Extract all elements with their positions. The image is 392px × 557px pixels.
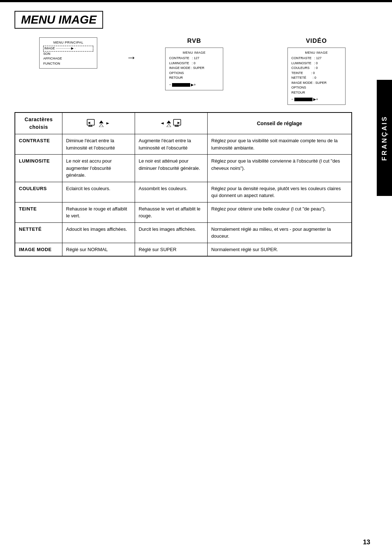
svg-marker-7 (161, 122, 164, 124)
monitor-right-icon: ▶ (173, 119, 183, 128)
video-bar: − ▶+ (291, 97, 342, 102)
feature-table: Caractères choisis ◀ (15, 112, 352, 257)
table-row: NETTETÉAdoucit les images affichées.Durc… (15, 222, 352, 243)
rvb-menu-area: RVB MENU IMAGE CONTRASTE : 127 LUMINOSIT… (140, 37, 248, 90)
svg-marker-8 (167, 120, 171, 123)
feature-cell-5: IMAGE MODE (15, 243, 62, 256)
right-arrow-icon (106, 121, 111, 126)
feature-cell-4: NETTETÉ (15, 222, 62, 243)
right-cell-2: Assombrit les couleurs. (135, 182, 208, 202)
right-cell-5: Réglé sur SUPER (135, 243, 208, 256)
rvb-menu-title: MENU IMAGE (169, 50, 219, 55)
rvb-retour: RETOUR (169, 75, 219, 81)
right-icons: ▶ (139, 119, 204, 128)
advice-cell-5: Normalement réglé sur SUPER. (208, 243, 352, 256)
rvb-bar-fill (172, 83, 190, 87)
top-border (0, 0, 392, 2)
page-number: 13 (363, 538, 370, 546)
table-row: COULEURSEclaircit les couleurs.Assombrit… (15, 182, 352, 202)
video-retour: RETOUR (291, 90, 342, 95)
video-nettete: NETTETÉ : 0 (291, 75, 342, 81)
col-header-right-icons: ▶ (135, 113, 208, 134)
svg-marker-4 (99, 120, 103, 123)
feature-cell-2: COULEURS (15, 182, 62, 202)
feature-cell-0: CONTRASTE (15, 134, 62, 155)
arrow-main-to-rvb: → (122, 37, 140, 64)
page-title: MENU IMAGE (15, 11, 103, 29)
rvb-label: RVB (187, 37, 201, 45)
menu-item-affichage: AFFICHAGE (43, 56, 93, 61)
right-cell-0: Augmente l'écart entre la luminosité et … (135, 134, 208, 155)
advice-cell-4: Normalement réglé au milieu, et vers - p… (208, 222, 352, 243)
monitor-left-icon: ◀ (87, 119, 97, 128)
svg-marker-5 (99, 124, 103, 127)
feature-cell-3: TEINTE (15, 202, 62, 222)
video-teinte: TEINTE : 0 (291, 71, 342, 76)
video-menu-box: MENU IMAGE CONTRASTE : 127 LUMINOSITE : … (287, 48, 346, 105)
menu-item-image: IMAGE ·················▶ · (43, 46, 93, 52)
rvb-menu-box: MENU IMAGE CONTRASTE : 127 LUMINOSITE : … (165, 48, 223, 90)
feature-cell-1: LUMINOSITE (15, 155, 62, 182)
video-luminosite: LUMINOSITE : 0 (291, 61, 342, 66)
advice-cell-1: Réglez pour que la visibilité convienne … (208, 155, 352, 182)
right-cell-3: Rehausse le vert et affaiblit le rouge. (135, 202, 208, 222)
video-menu-area: VIDÉO MENU IMAGE CONTRASTE : 127 LUMINOS… (262, 37, 370, 105)
main-menu-area: MENU PRINCIPAL IMAGE ·················▶ … (15, 37, 122, 69)
svg-marker-9 (167, 124, 171, 127)
col-header-feature: Caractères choisis (15, 113, 62, 134)
table-row: TEINTERehausse le rouge et affaiblit le … (15, 202, 352, 222)
menu-item-son: SON (43, 52, 93, 57)
main-menu-box: MENU PRINCIPAL IMAGE ·················▶ … (39, 37, 97, 69)
left-cell-4: Adoucit les images affichées. (62, 222, 135, 243)
table-row: IMAGE MODERéglé sur NORMALRéglé sur SUPE… (15, 243, 352, 256)
video-label: VIDÉO (306, 37, 327, 45)
svg-rect-10 (173, 119, 181, 125)
up-arrow2-icon (166, 120, 172, 127)
left-arrow-icon (159, 121, 164, 126)
video-couleurs: COULEURS : 0 (291, 66, 342, 71)
menu-screens-section: MENU PRINCIPAL IMAGE ·················▶ … (15, 37, 370, 105)
main-menu-title: MENU PRINCIPAL (43, 40, 93, 45)
right-cell-4: Durcit les images affichées. (135, 222, 208, 243)
left-cell-1: Le noir est accru pour augmenter l'obscu… (62, 155, 135, 182)
up-arrow-icon (98, 120, 104, 127)
right-cell-1: Le noir est atténué pour diminuer l'obsc… (135, 155, 208, 182)
svg-text:◀: ◀ (87, 121, 90, 124)
left-cell-2: Eclaircit les couleurs. (62, 182, 135, 202)
advice-cell-3: Réglez pour obtenir une belle couleur (l… (208, 202, 352, 222)
left-icons: ◀ (66, 119, 131, 128)
video-bar-fill (294, 98, 313, 101)
language-label: FRANÇAIS (377, 80, 392, 196)
col-header-left-icons: ◀ (62, 113, 135, 134)
rvb-contraste: CONTRASTE : 127 (169, 56, 219, 61)
table-row: LUMINOSITELe noir est accru pour augment… (15, 155, 352, 182)
video-contraste: CONTRASTE : 127 (291, 56, 342, 61)
rvb-options: OPTIONS (169, 71, 219, 76)
menu-item-function: FUNCTION (43, 61, 93, 66)
video-options: OPTIONS (291, 85, 342, 90)
svg-marker-6 (106, 122, 109, 124)
rvb-bar: − ▶+ (169, 82, 219, 88)
rvb-image-mode: IMAGE MODE : SUPER (169, 66, 219, 71)
left-cell-0: Diminue l'écart entre la luminosité et l… (62, 134, 135, 155)
advice-cell-0: Réglez pour que la visibilité soit maxim… (208, 134, 352, 155)
rvb-luminosite: LUMINOSITE : 0 (169, 61, 219, 66)
table-row: CONTRASTEDiminue l'écart entre la lumino… (15, 134, 352, 155)
left-cell-5: Réglé sur NORMAL (62, 243, 135, 256)
advice-cell-2: Réglez pour la densité requise, plutôt v… (208, 182, 352, 202)
svg-text:▶: ▶ (177, 121, 180, 124)
video-menu-title: MENU IMAGE (291, 50, 342, 55)
left-cell-3: Rehausse le rouge et affaiblit le vert. (62, 202, 135, 222)
video-image-mode: IMAGE MODE : SUPER (291, 81, 342, 86)
col-header-advice: Conseil de réglage (208, 113, 352, 134)
